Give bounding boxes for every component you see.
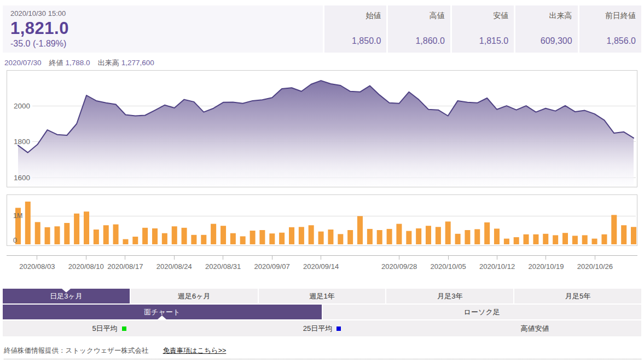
stat-label: 安値 [493, 11, 508, 21]
stat-volume: 出来高 609,300 [515, 5, 577, 53]
stock-chart-widget: 2020/10/30 15:00 1,821.0 -35.0 (-1.89%) … [0, 0, 644, 359]
footer: 終値株価情報提供：ストックウェザー株式会社免責事項はこちら>> [4, 346, 641, 359]
volume-label: 出来高 [98, 59, 119, 67]
svg-text:1600: 1600 [14, 174, 30, 182]
legend-high-low-label: 高値安値 [521, 324, 549, 334]
svg-text:2020/09/07: 2020/09/07 [254, 262, 290, 271]
quote-header: 2020/10/30 15:00 1,821.0 -35.0 (-1.89%) … [3, 5, 641, 53]
stat-prev-close: 前日終値 1,856.0 [579, 5, 641, 53]
volume-value: 1,277,600 [121, 59, 154, 67]
stat-low: 安値 1,815.0 [452, 5, 514, 53]
ma5-legend-square-icon [122, 326, 126, 331]
stat-open: 始値 1,850.0 [324, 5, 386, 53]
svg-text:2020/10/26: 2020/10/26 [577, 262, 613, 271]
svg-text:2020/08/03: 2020/08/03 [19, 262, 55, 271]
stat-value: 1,850.0 [352, 36, 381, 46]
svg-text:2020/08/10: 2020/08/10 [68, 262, 104, 271]
start-date: 2020/07/30 [4, 59, 42, 67]
close-value: 1,788.0 [66, 59, 90, 67]
stat-label: 出来高 [549, 11, 572, 21]
tab-weekly-1y[interactable]: 週足1年 [259, 289, 386, 303]
legend-ma5-label: 5日平均 [92, 324, 117, 334]
current-price: 1,821.0 [10, 19, 315, 38]
quote-timestamp: 2020/10/30 15:00 [10, 9, 315, 18]
chart-style-tabs: 面チャート ローソク足 [3, 305, 641, 319]
stat-label: 始値 [365, 11, 381, 21]
legend-ma5[interactable]: 5日平均 [3, 320, 216, 336]
svg-text:2000: 2000 [14, 102, 30, 110]
stat-value: 609,300 [541, 36, 572, 46]
legend-high-low[interactable]: 高値安値 [428, 320, 641, 336]
chart-start-info: 2020/07/30終値1,788.0出来高1,277,600 [4, 58, 641, 68]
close-label: 終値 [49, 59, 63, 67]
stat-value: 1,860.0 [415, 36, 444, 46]
date-axis: 2020/08/032020/08/102020/08/172020/08/24… [7, 255, 637, 273]
price-change: -35.0 (-1.89%) [10, 39, 315, 49]
current-quote-box: 2020/10/30 15:00 1,821.0 -35.0 (-1.89%) [3, 5, 323, 53]
quote-stats-table: 始値 1,850.0 高値 1,860.0 安値 1,815.0 出来高 609… [324, 5, 641, 53]
svg-text:2020/10/12: 2020/10/12 [479, 262, 515, 271]
svg-text:1800: 1800 [14, 137, 30, 146]
data-provider-text: 終値株価情報提供：ストックウェザー株式会社 [4, 347, 149, 354]
legend-ma25[interactable]: 25日平均 [216, 320, 428, 336]
stat-label: 前日終値 [605, 11, 636, 21]
svg-text:2020/09/28: 2020/09/28 [381, 262, 417, 271]
stat-value: 1,856.0 [607, 36, 636, 46]
stat-high: 高値 1,860.0 [388, 5, 450, 53]
tab-candlestick[interactable]: ローソク足 [323, 305, 642, 319]
ma25-legend-square-icon [336, 326, 341, 331]
tab-area-chart[interactable]: 面チャート [3, 305, 322, 319]
svg-text:2020/08/24: 2020/08/24 [156, 262, 192, 271]
tab-daily-3m[interactable]: 日足3ヶ月 [3, 289, 130, 303]
overlay-legend: 5日平均 25日平均 高値安値 [3, 320, 641, 336]
tab-weekly-6m[interactable]: 週足6ヶ月 [131, 289, 258, 303]
svg-text:2020/08/31: 2020/08/31 [205, 262, 241, 271]
svg-text:0: 0 [13, 237, 17, 244]
svg-text:1M: 1M [13, 213, 22, 220]
disclaimer-link[interactable]: 免責事項はこちら>> [163, 347, 227, 354]
legend-ma25-label: 25日平均 [303, 324, 332, 334]
svg-text:2020/10/05: 2020/10/05 [431, 262, 466, 271]
dotted-separator [4, 359, 641, 359]
svg-text:2020/08/17: 2020/08/17 [107, 262, 143, 271]
volume-bar-chart[interactable]: 1M0 [7, 194, 637, 246]
stat-value: 1,815.0 [479, 36, 508, 46]
svg-text:2020/09/14: 2020/09/14 [303, 262, 339, 271]
svg-text:2020/10/19: 2020/10/19 [528, 262, 564, 271]
price-area-chart[interactable]: 200018001600 [7, 70, 637, 187]
tab-monthly-5y[interactable]: 月足5年 [514, 289, 641, 303]
stat-label: 高値 [430, 11, 445, 21]
tab-monthly-3y[interactable]: 月足3年 [386, 289, 513, 303]
period-tabs: 日足3ヶ月 週足6ヶ月 週足1年 月足3年 月足5年 [3, 289, 641, 303]
